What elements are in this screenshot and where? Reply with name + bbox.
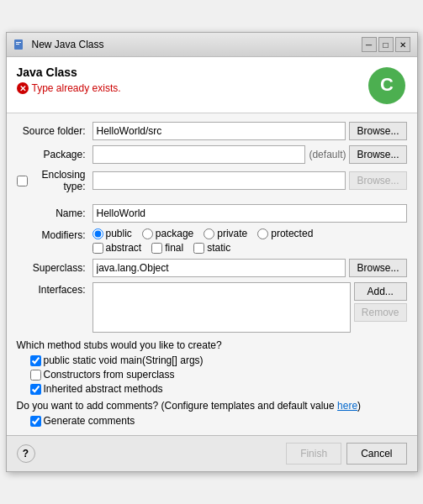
- other-modifiers-row: abstract final static: [93, 242, 407, 254]
- enclosing-browse-button: Browse...: [349, 171, 406, 190]
- main-stub-label: public static void main(String[] args): [30, 354, 407, 366]
- interfaces-row: Interfaces: Add... Remove: [17, 282, 407, 333]
- final-label: final: [165, 242, 183, 254]
- constructors-stub-checkbox[interactable]: [30, 370, 41, 381]
- abstract-checkbox[interactable]: [93, 243, 103, 254]
- private-radio[interactable]: [204, 228, 214, 239]
- modifiers-row: Modifiers: public package private: [17, 228, 407, 254]
- package-label: package: [156, 228, 193, 239]
- package-modifier-label: package: [142, 228, 193, 239]
- error-message: Type already exists.: [32, 82, 121, 94]
- finish-button: Finish: [286, 443, 341, 465]
- enclosing-type-input[interactable]: [93, 171, 346, 190]
- name-controls: [93, 204, 407, 223]
- title-bar-left: New Java Class: [13, 38, 104, 51]
- private-modifier-label: private: [204, 228, 247, 239]
- static-modifier-label: static: [193, 242, 230, 254]
- comments-close-paren: ): [357, 400, 361, 412]
- source-folder-input[interactable]: [93, 122, 346, 140]
- abstract-modifier-label: abstract: [93, 242, 142, 254]
- cancel-button[interactable]: Cancel: [346, 443, 406, 465]
- package-controls: (default) Browse...: [93, 145, 407, 164]
- error-icon: ✕: [17, 82, 29, 94]
- protected-label: protected: [271, 228, 313, 239]
- main-stub-checkbox[interactable]: [30, 355, 41, 366]
- close-button[interactable]: ✕: [395, 37, 410, 52]
- inherited-stub-text: Inherited abstract methods: [44, 383, 163, 395]
- private-label: private: [217, 228, 247, 239]
- public-radio[interactable]: [93, 228, 103, 239]
- constructors-stub-text: Constructors from superclass: [44, 369, 175, 381]
- enclosing-type-checkbox[interactable]: [17, 176, 28, 186]
- package-row: Package: (default) Browse...: [17, 145, 407, 164]
- enclosing-type-row: Enclosing type: Browse...: [17, 169, 407, 192]
- source-folder-controls: Browse...: [93, 122, 407, 140]
- package-input[interactable]: [93, 145, 306, 164]
- static-label: static: [207, 242, 230, 254]
- error-row: ✕ Type already exists.: [17, 82, 121, 94]
- public-modifier-label: public: [93, 228, 132, 239]
- dialog-header: Java Class ✕ Type already exists. C: [7, 57, 417, 113]
- superclass-input[interactable]: [93, 259, 346, 277]
- title-bar: New Java Class ─ □ ✕: [7, 33, 417, 57]
- enclosing-type-label: Enclosing type:: [17, 169, 93, 192]
- svg-text:C: C: [380, 74, 394, 95]
- final-modifier-label: final: [151, 242, 183, 254]
- minimize-button[interactable]: ─: [362, 37, 377, 52]
- stubs-options: public static void main(String[] args) C…: [30, 354, 407, 395]
- remove-interface-button: Remove: [354, 303, 407, 322]
- source-folder-browse-button[interactable]: Browse...: [349, 122, 406, 140]
- help-button[interactable]: ?: [17, 444, 35, 463]
- generate-comments-label: Generate comments: [30, 415, 407, 427]
- inherited-stub-checkbox[interactable]: [30, 384, 41, 395]
- maximize-button[interactable]: □: [378, 37, 394, 52]
- package-radio[interactable]: [142, 228, 153, 239]
- footer-left: ?: [17, 444, 35, 463]
- footer-right: Finish Cancel: [286, 443, 406, 465]
- public-label: public: [106, 228, 132, 239]
- stubs-question: Which method stubs would you like to cre…: [17, 339, 407, 351]
- protected-radio[interactable]: [257, 228, 268, 239]
- final-checkbox[interactable]: [151, 243, 162, 254]
- enclosing-checkbox-label: Enclosing type:: [17, 169, 86, 192]
- name-row: Name:: [17, 204, 407, 223]
- generate-comments-checkbox[interactable]: [30, 416, 41, 427]
- svg-rect-2: [16, 44, 19, 45]
- stubs-section: Which method stubs would you like to cre…: [17, 339, 407, 395]
- interfaces-label: Interfaces:: [17, 284, 93, 296]
- comments-question: Do you want to add comments? (Configure …: [17, 400, 407, 412]
- svg-rect-1: [16, 42, 21, 43]
- interfaces-controls: Add... Remove: [93, 282, 407, 333]
- title-text: New Java Class: [32, 39, 104, 50]
- new-java-class-dialog: New Java Class ─ □ ✕ Java Class ✕ Type a…: [6, 32, 418, 472]
- modifiers-label: Modifiers:: [17, 229, 93, 241]
- package-label: Package:: [17, 149, 93, 160]
- title-controls: ─ □ ✕: [362, 37, 410, 52]
- interfaces-buttons: Add... Remove: [354, 282, 407, 333]
- protected-modifier-label: protected: [257, 228, 313, 239]
- static-checkbox[interactable]: [193, 243, 204, 254]
- enclosing-controls: Browse...: [93, 171, 407, 190]
- brand-logo: C: [367, 66, 407, 106]
- modifiers-area: public package private protected: [93, 228, 407, 254]
- inherited-stub-label: Inherited abstract methods: [30, 383, 407, 395]
- name-label: Name:: [17, 207, 93, 219]
- name-input[interactable]: [93, 204, 407, 223]
- comments-section: Do you want to add comments? (Configure …: [17, 400, 407, 427]
- source-folder-row: Source folder: Browse...: [17, 122, 407, 140]
- add-interface-button[interactable]: Add...: [354, 282, 407, 301]
- interfaces-list: [93, 282, 351, 333]
- dialog-icon: [13, 38, 27, 51]
- comments-question-text: Do you want to add comments? (Configure …: [17, 400, 338, 412]
- package-browse-button[interactable]: Browse...: [349, 145, 406, 164]
- package-default: (default): [309, 149, 346, 160]
- superclass-browse-button[interactable]: Browse...: [349, 259, 406, 277]
- abstract-label: abstract: [106, 242, 142, 254]
- comments-link[interactable]: here: [337, 400, 357, 412]
- header-left: Java Class ✕ Type already exists.: [17, 66, 121, 94]
- superclass-controls: Browse...: [93, 259, 407, 277]
- main-stub-text: public static void main(String[] args): [44, 354, 204, 366]
- superclass-row: Superclass: Browse...: [17, 259, 407, 277]
- generate-comments-text: Generate comments: [44, 415, 135, 427]
- dialog-body: Source folder: Browse... Package: (defau…: [7, 113, 417, 435]
